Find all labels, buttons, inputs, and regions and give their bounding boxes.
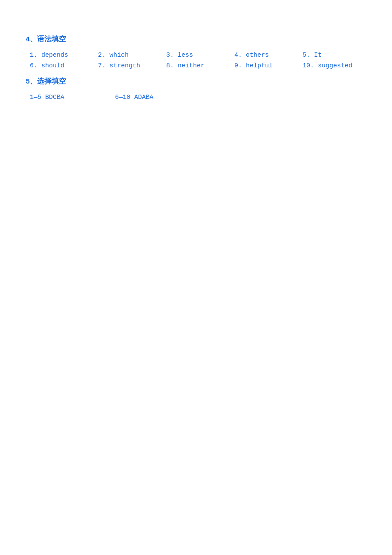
section4: 4、语法填空 1. depends 2. which 3. less 4. ot… xyxy=(26,34,366,69)
choice-item-6-10: 6—10 ADABA xyxy=(115,94,200,101)
section4-title: 4、语法填空 xyxy=(26,34,366,44)
section5-title: 5、选择填空 xyxy=(26,76,366,86)
section4-answers: 1. depends 2. which 3. less 4. others 5.… xyxy=(30,52,366,69)
answer-item-10: 10. suggested xyxy=(303,62,371,69)
section5: 5、选择填空 1—5 BDCBA 6—10 ADABA xyxy=(26,76,366,101)
answer-item-4: 4. others xyxy=(234,52,303,59)
answer-item-2: 2. which xyxy=(98,52,166,59)
answer-item-7: 7. strength xyxy=(98,62,166,69)
answer-item-6: 6. should xyxy=(30,62,98,69)
choice-item-1-5: 1—5 BDCBA xyxy=(30,94,115,101)
answer-item-8: 8. neither xyxy=(166,62,234,69)
answer-item-9: 9. helpful xyxy=(234,62,303,69)
section5-answers: 1—5 BDCBA 6—10 ADABA xyxy=(30,94,366,101)
answer-item-3: 3. less xyxy=(166,52,234,59)
answer-item-1: 1. depends xyxy=(30,52,98,59)
answer-item-5: 5. It xyxy=(303,52,371,59)
